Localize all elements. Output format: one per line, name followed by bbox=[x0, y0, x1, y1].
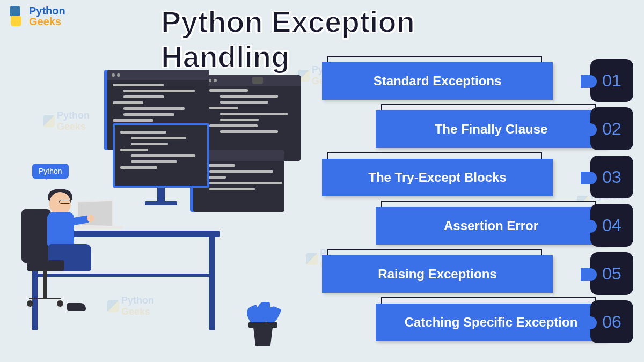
topic-bar: The Finally Clause bbox=[376, 110, 606, 148]
topic-bar: Catching Specific Exception bbox=[376, 304, 606, 341]
python-logo-icon bbox=[5, 6, 26, 26]
topic-number: 01 bbox=[590, 59, 633, 102]
topic-number: 02 bbox=[590, 107, 633, 150]
topic-bar: Assertion Error bbox=[376, 207, 606, 245]
topic-number: 04 bbox=[590, 204, 633, 247]
topic-bar: Standard Exceptions bbox=[322, 62, 553, 100]
topic-item-5: Raising Exceptions05 bbox=[322, 252, 633, 294]
speech-bubble: Python bbox=[32, 164, 69, 179]
topic-item-4: Assertion Error04 bbox=[376, 204, 633, 246]
topic-label: Catching Specific Exception bbox=[405, 315, 578, 330]
topic-bar: The Try-Except Blocks bbox=[322, 159, 553, 196]
topic-number: 05 bbox=[590, 252, 633, 295]
topics-list: Standard Exceptions01The Finally Clause0… bbox=[322, 59, 633, 349]
topic-item-6: Catching Specific Exception06 bbox=[376, 300, 633, 342]
logo-text: Python Geeks bbox=[29, 5, 65, 27]
monitor-icon bbox=[113, 123, 209, 204]
topic-number: 03 bbox=[590, 156, 633, 198]
site-logo: Python Geeks bbox=[5, 5, 65, 27]
topic-label: Raising Exceptions bbox=[378, 267, 496, 282]
topic-label: Standard Exceptions bbox=[374, 73, 502, 88]
logo-word-python: Python bbox=[29, 5, 65, 17]
developer-person-icon bbox=[21, 188, 102, 322]
plant-icon bbox=[244, 284, 282, 346]
topic-label: The Try-Except Blocks bbox=[368, 170, 506, 185]
topic-item-1: Standard Exceptions01 bbox=[322, 59, 633, 101]
topic-bar: Raising Exceptions bbox=[322, 255, 553, 293]
topic-number: 06 bbox=[590, 300, 633, 343]
topic-item-2: The Finally Clause02 bbox=[376, 107, 633, 149]
logo-word-geeks: Geeks bbox=[29, 16, 61, 27]
code-window-icon bbox=[204, 75, 301, 161]
topic-label: Assertion Error bbox=[444, 218, 538, 233]
topic-item-3: The Try-Except Blocks03 bbox=[322, 156, 633, 197]
topic-label: The Finally Clause bbox=[435, 122, 548, 137]
